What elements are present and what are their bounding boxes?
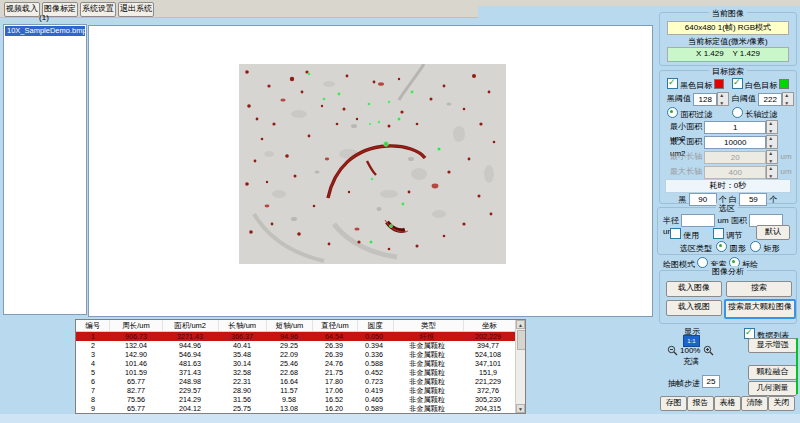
circle-radio-label[interactable]: 圆形 bbox=[730, 244, 746, 253]
table-cell: 13.08 bbox=[266, 404, 312, 413]
white-count-unit: 个 bbox=[770, 195, 778, 204]
table-row[interactable]: 3142.90546.9435.4822.0926.390.336非金属颗粒52… bbox=[76, 350, 516, 359]
radio-icon[interactable] bbox=[750, 241, 761, 252]
table-header-cell[interactable]: 圆度 bbox=[358, 320, 394, 331]
min-axis-spinner[interactable] bbox=[766, 150, 778, 164]
table-row[interactable]: 665.77248.9822.3116.6417.800.723非金属颗粒221… bbox=[76, 377, 516, 386]
table-cell: 101.46 bbox=[110, 359, 162, 368]
table-row[interactable]: 1906.733271.43366.3794.9664.540.050纤维202… bbox=[76, 332, 516, 341]
menu-exit-system[interactable]: 退出系统 bbox=[118, 2, 154, 17]
table-cell: 9.58 bbox=[266, 395, 312, 404]
table-cell: 5 bbox=[76, 368, 110, 377]
file-list-item[interactable]: 10X_SampleDemo.bmp bbox=[5, 26, 85, 36]
report-button[interactable]: 报告 bbox=[687, 396, 714, 411]
save-image-button[interactable]: 存图 bbox=[660, 396, 687, 411]
load-view-button[interactable]: 载入视图 bbox=[666, 300, 722, 316]
zoom-out-icon[interactable] bbox=[667, 345, 678, 356]
radius-input[interactable] bbox=[681, 214, 715, 227]
frame-step-input[interactable]: 25 bbox=[702, 375, 720, 388]
use-checkbox[interactable]: 使用 bbox=[670, 228, 699, 241]
black-threshold-spinner[interactable] bbox=[717, 92, 729, 106]
table-row[interactable]: 5101.59371.4332.5822.6821.750.452非金属颗粒15… bbox=[76, 368, 516, 377]
adjust-label: 调节 bbox=[726, 231, 742, 240]
calibration-y: Y 1.429 bbox=[732, 49, 759, 58]
scroll-up-icon[interactable]: ▲ bbox=[516, 320, 525, 329]
table-header-cell[interactable]: 坐标 bbox=[464, 320, 516, 331]
checkbox-icon bbox=[670, 228, 681, 239]
white-target-checkbox[interactable]: 白色目标 bbox=[732, 78, 789, 91]
load-image-button[interactable]: 载入图像 bbox=[666, 281, 722, 297]
black-threshold-input[interactable]: 128 bbox=[693, 93, 717, 106]
min-area-input[interactable]: 1 bbox=[704, 121, 766, 134]
zoom-value: 100% bbox=[680, 346, 700, 355]
default-button[interactable]: 默认 bbox=[756, 225, 790, 240]
table-row[interactable]: 965.77204.1225.7513.0816.200.589非金属颗粒204… bbox=[76, 404, 516, 413]
table-row[interactable]: 4101.46481.6330.1425.4624.760.588非金属颗粒34… bbox=[76, 359, 516, 368]
table-scrollbar[interactable]: ▲ ▼ bbox=[515, 320, 525, 413]
clear-button[interactable]: 清除 bbox=[741, 396, 768, 411]
max-area-input[interactable]: 10000 bbox=[704, 136, 766, 149]
table-cell: 31.56 bbox=[218, 395, 266, 404]
table-cell: 305,230 bbox=[462, 395, 514, 404]
axis-filter-radio[interactable]: 长轴过滤 bbox=[732, 107, 777, 120]
max-axis-input[interactable]: 400 bbox=[704, 166, 766, 179]
table-button[interactable]: 表格 bbox=[714, 396, 741, 411]
table-cell: 371.43 bbox=[162, 368, 218, 377]
adjust-checkbox[interactable]: 调节 bbox=[713, 228, 742, 241]
white-threshold-input[interactable]: 222 bbox=[758, 93, 782, 106]
calibration-x: X 1.429 bbox=[696, 49, 724, 58]
table-cell: 30.14 bbox=[218, 359, 266, 368]
display-enhance-button[interactable]: 显示增强 bbox=[748, 338, 797, 353]
particle-merge-button[interactable]: 颗粒融合 bbox=[748, 365, 797, 380]
table-header-cell[interactable]: 长轴/um bbox=[219, 320, 267, 331]
table-cell: 481.63 bbox=[162, 359, 218, 368]
table-cell: 29.25 bbox=[266, 341, 312, 350]
table-cell: 非金属颗粒 bbox=[392, 386, 462, 395]
max-area-spinner[interactable] bbox=[766, 135, 778, 149]
table-header-cell[interactable]: 编号 bbox=[76, 320, 110, 331]
radio-icon[interactable] bbox=[716, 241, 727, 252]
table-header-cell[interactable]: 直径/um bbox=[313, 320, 357, 331]
search-button[interactable]: 搜索 bbox=[726, 281, 792, 297]
black-target-checkbox[interactable]: 黑色目标 bbox=[667, 78, 724, 91]
table-cell: 944.96 bbox=[162, 341, 218, 350]
table-body: 1906.733271.43366.3794.9664.540.050纤维202… bbox=[76, 332, 516, 413]
table-row[interactable]: 875.56214.2931.569.5816.520.465非金属颗粒305,… bbox=[76, 395, 516, 404]
search-max-particle-button[interactable]: 搜索最大颗粒图像 bbox=[724, 299, 796, 319]
white-threshold-row: 白阈值 222 bbox=[732, 92, 794, 106]
min-area-spinner[interactable] bbox=[766, 120, 778, 134]
table-cell: 6 bbox=[76, 377, 110, 386]
file-list[interactable]: 10X_SampleDemo.bmp bbox=[3, 24, 87, 315]
table-row[interactable]: 782.77229.5728.9011.5717.060.419非金属颗粒372… bbox=[76, 386, 516, 395]
scrollbar-thumb[interactable] bbox=[517, 330, 526, 350]
table-cell: 24.76 bbox=[312, 359, 356, 368]
white-threshold-spinner[interactable] bbox=[782, 92, 794, 106]
max-axis-spinner[interactable] bbox=[766, 165, 778, 179]
scroll-down-icon[interactable]: ▼ bbox=[516, 404, 525, 413]
close-button[interactable]: 关闭 bbox=[768, 396, 795, 411]
table-cell: 366.37 bbox=[218, 332, 266, 341]
table-header-cell[interactable]: 类型 bbox=[394, 320, 464, 331]
table-header-cell[interactable]: 周长/um bbox=[110, 320, 162, 331]
table-header-cell[interactable]: 短轴/um bbox=[267, 320, 313, 331]
area-filter-radio[interactable]: 面积过滤 bbox=[667, 107, 712, 120]
fit-button[interactable]: 充满 bbox=[683, 356, 699, 367]
rect-radio-label[interactable]: 矩形 bbox=[763, 244, 779, 253]
use-label: 使用 bbox=[683, 231, 699, 240]
specimen-image[interactable] bbox=[239, 64, 506, 264]
menu-system-setup[interactable]: 系统设置 bbox=[80, 2, 116, 17]
calibration-values: X 1.429 Y 1.429 bbox=[667, 47, 789, 62]
radius-label: 半径 bbox=[663, 216, 679, 225]
geometry-measure-button[interactable]: 几何测量 bbox=[748, 381, 797, 396]
table-header-cell[interactable]: 面积/um2 bbox=[163, 320, 219, 331]
radio-icon[interactable] bbox=[697, 257, 708, 268]
black-target-color-swatch bbox=[714, 79, 724, 89]
min-axis-input[interactable]: 20 bbox=[704, 151, 766, 164]
table-row[interactable]: 2132.04944.9640.4129.2526.390.394非金属颗粒39… bbox=[76, 341, 516, 350]
checkbox-icon bbox=[713, 228, 724, 239]
zoom-in-icon[interactable] bbox=[703, 345, 714, 356]
table-cell: 101.59 bbox=[110, 368, 162, 377]
table-cell: 347,101 bbox=[462, 359, 514, 368]
table-cell: 906.73 bbox=[110, 332, 162, 341]
table-cell: 25.75 bbox=[218, 404, 266, 413]
